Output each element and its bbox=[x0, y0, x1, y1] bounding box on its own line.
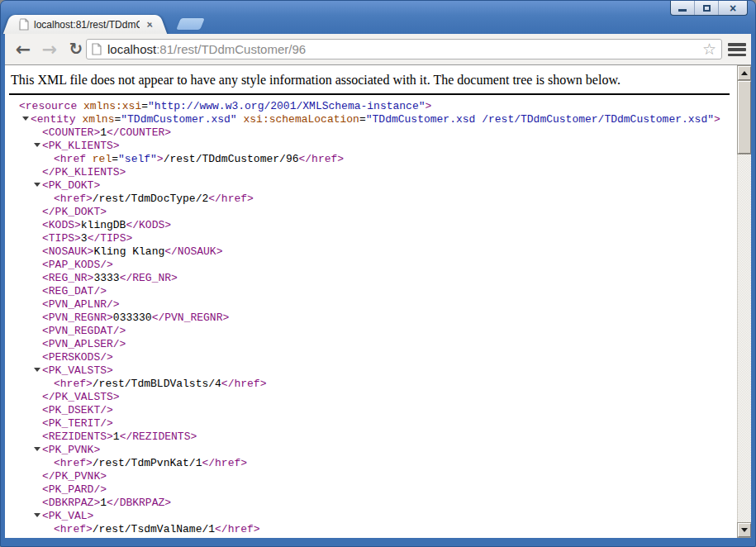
xml-line: <PVN_REGNR>033330</PVN_REGNR> bbox=[19, 312, 751, 325]
browser-tab[interactable]: localhost:81/rest/TDdmCusto × bbox=[12, 15, 158, 34]
browser-window: × localhost:81/rest/TDdmCusto × ← → ↻ bbox=[0, 0, 756, 547]
collapse-arrow-icon[interactable] bbox=[34, 513, 40, 517]
new-tab-button[interactable] bbox=[176, 18, 205, 30]
menu-bar-icon bbox=[728, 54, 746, 57]
indent-spacer bbox=[19, 373, 42, 373]
xml-line: <PK_VALSTS> bbox=[19, 364, 751, 378]
minimize-icon bbox=[678, 9, 687, 12]
xml-line: <PK_PVNK> bbox=[19, 444, 751, 457]
xml-token-g: <PAP_KODS/> bbox=[42, 259, 113, 271]
xml-line: </PK_PVNK> bbox=[19, 470, 751, 483]
maximize-icon bbox=[703, 5, 711, 12]
collapse-arrow-icon[interactable] bbox=[22, 117, 29, 121]
scrollbar-thumb[interactable] bbox=[738, 81, 751, 154]
xml-token-g: </COUNTER> bbox=[107, 126, 171, 139]
title-bar[interactable]: × localhost:81/rest/TDdmCusto × bbox=[1, 1, 755, 34]
indent-spacer bbox=[19, 518, 42, 519]
xml-token-t: 1 bbox=[100, 497, 107, 509]
vertical-scrollbar[interactable] bbox=[737, 65, 751, 538]
scroll-up-arrow-icon bbox=[741, 71, 748, 75]
xml-line: <href>/rest/TsdmValName/1</href> bbox=[19, 523, 751, 536]
tab-close-icon[interactable]: × bbox=[146, 19, 153, 30]
xml-token-g: <PK_PVNK> bbox=[42, 444, 100, 456]
scroll-down-arrow-icon bbox=[741, 528, 748, 532]
xml-line: <REG_NR>3333</REG_NR> bbox=[19, 272, 751, 285]
indent-spacer bbox=[19, 188, 42, 188]
bookmark-star-icon[interactable]: ☆ bbox=[702, 41, 716, 57]
url-path: :81/rest/TDdmCustomer/96 bbox=[156, 42, 306, 56]
xml-token-t: /rest/TdmPvnKat/1 bbox=[93, 457, 202, 469]
xml-line: <resource xmlns:xsi="http://www.w3.org/2… bbox=[19, 100, 751, 113]
xml-token-g: </PK_PVNK> bbox=[42, 470, 107, 483]
refresh-icon: ↻ bbox=[69, 39, 83, 59]
refresh-button[interactable]: ↻ bbox=[64, 37, 88, 60]
xml-line: <DBKRPAZ>1</DBKRPAZ> bbox=[19, 497, 751, 510]
maximize-button[interactable] bbox=[695, 1, 719, 15]
message-divider bbox=[9, 93, 730, 95]
indent-spacer bbox=[19, 531, 54, 532]
close-button[interactable]: × bbox=[719, 1, 747, 15]
indent-spacer bbox=[19, 505, 42, 506]
xml-token-g: <PK_PARD/> bbox=[42, 483, 107, 496]
xml-token-g: <PVN_APLSER/> bbox=[42, 338, 126, 350]
xml-line: <PAP_KODS/> bbox=[19, 259, 751, 272]
indent-spacer bbox=[19, 452, 42, 453]
xml-token-t: 1 bbox=[113, 430, 120, 443]
scroll-down-button[interactable] bbox=[738, 523, 751, 537]
collapse-arrow-icon[interactable] bbox=[34, 368, 40, 372]
menu-button[interactable] bbox=[728, 43, 746, 56]
collapse-arrow-icon[interactable] bbox=[34, 447, 40, 451]
xml-line: <COUNTER>1</COUNTER> bbox=[19, 126, 751, 140]
xml-line: <href>/rest/TdmBLDValsts/4</href> bbox=[19, 378, 751, 391]
xml-line: </PK_DOKT> bbox=[19, 206, 751, 219]
xml-line: <PK_VAL> bbox=[19, 510, 751, 523]
xml-line: <href rel="self">/rest/TDdmCustomer/96</… bbox=[19, 153, 751, 166]
xml-token-t: /rest/TdmBLDValsts/4 bbox=[93, 378, 221, 390]
indent-spacer bbox=[19, 399, 42, 400]
xml-token-g: </PVN_REGNR> bbox=[152, 312, 230, 324]
indent-spacer bbox=[19, 267, 42, 268]
xml-token-g: <href> bbox=[54, 457, 93, 469]
indent-spacer bbox=[19, 478, 42, 479]
indent-spacer bbox=[19, 293, 42, 294]
xml-token-g: <REG_NR> bbox=[42, 272, 93, 284]
xml-token-t: 3333 bbox=[93, 272, 119, 284]
xml-token-a: rel bbox=[93, 153, 112, 165]
xml-line: <PVN_REGDAT/> bbox=[19, 325, 751, 338]
xml-token-a: xmlns bbox=[82, 113, 114, 126]
xml-line: </PK_VALSTS> bbox=[19, 391, 751, 404]
indent-spacer bbox=[19, 240, 42, 241]
xml-line: <NOSAUK>Kling Klang</NOSAUK> bbox=[19, 245, 751, 259]
xml-token-g: <PK_VALSTS> bbox=[42, 364, 113, 377]
xml-line: </PK_KLIENTS> bbox=[19, 166, 751, 179]
indent-spacer bbox=[19, 320, 42, 321]
xml-token-q: "TDdmCustomer.xsd /rest/TDdmCustomer/TDd… bbox=[366, 113, 714, 126]
xml-token-g: <PVN_REGDAT/> bbox=[42, 325, 126, 337]
address-bar[interactable]: localhost:81/rest/TDdmCustomer/96 ☆ bbox=[86, 39, 722, 59]
xml-token-g: </href> bbox=[202, 457, 247, 469]
page-favicon-icon bbox=[19, 18, 29, 31]
indent-spacer bbox=[19, 148, 42, 149]
indent-spacer bbox=[19, 254, 42, 254]
xml-token-g: </DBKRPAZ> bbox=[107, 497, 171, 509]
xml-line: <PK_DSEKT/> bbox=[19, 404, 751, 417]
forward-button[interactable]: → bbox=[38, 37, 61, 60]
collapse-arrow-icon[interactable] bbox=[34, 143, 40, 147]
xml-token-g: </href> bbox=[298, 153, 344, 165]
xml-token-e: = bbox=[141, 100, 148, 112]
xml-token-e: = bbox=[359, 113, 366, 126]
xml-token-g: <PK_KLIENTS> bbox=[42, 140, 120, 152]
xml-line: <PVN_APLNR/> bbox=[19, 298, 751, 312]
url-text[interactable]: localhost:81/rest/TDdmCustomer/96 bbox=[107, 42, 306, 56]
scroll-up-button[interactable] bbox=[738, 66, 751, 80]
tab-title: localhost:81/rest/TDdmCusto bbox=[34, 19, 140, 31]
collapse-arrow-icon[interactable] bbox=[34, 183, 40, 187]
xml-line: <PK_DOKT> bbox=[19, 179, 751, 193]
xml-token-g: <href> bbox=[54, 523, 93, 535]
url-page-icon bbox=[92, 43, 102, 55]
back-button[interactable]: ← bbox=[12, 37, 35, 60]
page-content: This XML file does not appear to have an… bbox=[5, 65, 751, 538]
xml-line: <href>/rest/TdmDocType/2</href> bbox=[19, 193, 751, 206]
minimize-button[interactable] bbox=[671, 1, 695, 15]
xml-token-g: <COUNTER> bbox=[42, 126, 100, 139]
